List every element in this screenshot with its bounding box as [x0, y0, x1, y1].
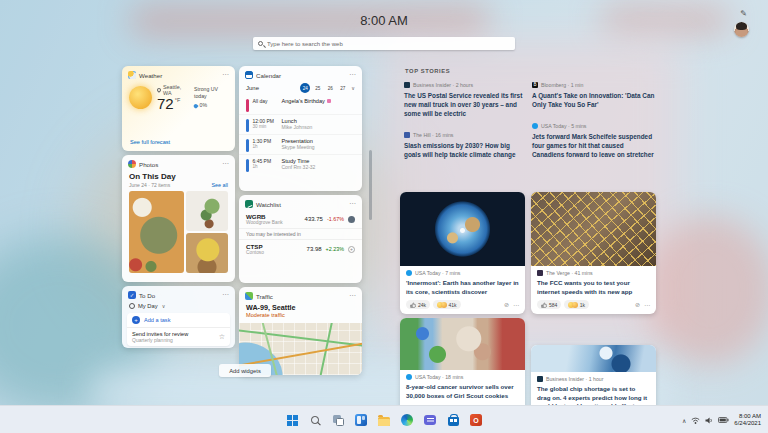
todo-task-row[interactable]: Send invites for review Quarterly planni…	[127, 328, 230, 346]
calendar-event[interactable]: 12:00 PM 30 min Lunch Mike Johnson	[239, 114, 362, 134]
hide-story-icon[interactable]: ⊘	[504, 301, 509, 308]
news-story[interactable]: Business Insider · 2 hours The US Postal…	[404, 82, 525, 118]
stock-row[interactable]: CTSP Contoso 73.98 +2.23% +	[239, 240, 362, 258]
temperature-unit: °F	[175, 96, 181, 103]
more-icon[interactable]: ⋯	[513, 301, 519, 308]
tray-clock[interactable]: 8:00 AM 6/24/2021	[734, 413, 761, 428]
add-task-label: Add a task	[144, 317, 170, 323]
hide-story-icon[interactable]: ⊘	[635, 301, 640, 308]
like-button[interactable]: 584	[537, 300, 561, 309]
stock-row[interactable]: WGRB Woodgrove Bank 433.75 -1.67%	[239, 210, 362, 228]
calendar-event[interactable]: All day Angela's Birthday	[239, 95, 362, 114]
source-favicon	[404, 132, 410, 138]
news-card[interactable]: USA Today · 7 mins 'Innermost': Earth ha…	[400, 192, 525, 314]
task-view-button[interactable]	[331, 413, 345, 427]
reactions-button[interactable]: 1k	[564, 300, 589, 309]
edit-icon[interactable]: ✎	[740, 9, 747, 18]
story-headline[interactable]: Slash emissions by 2030? How big goals w…	[404, 141, 525, 159]
tray-chevron-up-icon[interactable]: ∧	[682, 417, 686, 424]
task-view-icon	[333, 415, 344, 426]
card-meta: USA Today · 18 mins	[415, 374, 463, 380]
source-favicon	[406, 270, 412, 276]
story-headline[interactable]: The US Postal Service revealed its first…	[404, 91, 525, 118]
star-icon[interactable]: ☆	[219, 333, 225, 341]
file-explorer-button[interactable]	[377, 413, 391, 427]
add-task-button[interactable]: + Add a task	[127, 313, 230, 328]
card-headline[interactable]: 8-year-old cancer survivor sells over 30…	[406, 383, 519, 400]
stock-change: -1.67%	[327, 216, 344, 222]
emoji-reactions-icon	[437, 302, 447, 308]
more-icon[interactable]: ⋯	[349, 73, 356, 77]
card-meta: Business Insider · 1 hour	[546, 376, 603, 382]
more-icon[interactable]: ⋯	[349, 202, 356, 206]
event-color-bar	[246, 159, 249, 172]
widgets-button[interactable]	[354, 413, 368, 427]
reaction-count: 1k	[580, 302, 585, 308]
calendar-event[interactable]: 6:45 PM 1h Study Time Conf Rm 32-32	[239, 154, 362, 174]
photo-collage[interactable]	[122, 191, 235, 273]
add-to-watchlist-icon[interactable]: +	[348, 246, 355, 253]
see-full-forecast-link[interactable]: See full forecast	[130, 139, 170, 145]
event-duration: 30 min	[253, 124, 278, 129]
todo-widget[interactable]: ✓ To Do ⋯ My Day ∨ + Add a task Send inv…	[122, 286, 235, 348]
chat-icon	[424, 415, 436, 425]
more-icon[interactable]: ⋯	[349, 294, 356, 298]
alert-bell-icon[interactable]	[348, 216, 355, 223]
widget-title: Photos	[139, 161, 158, 168]
news-card[interactable]: The Verge · 41 mins The FCC wants you to…	[531, 192, 656, 314]
todo-list-label: My Day	[138, 303, 158, 309]
card-headline[interactable]: The FCC wants you to test your internet …	[537, 279, 650, 296]
more-icon[interactable]: ⋯	[644, 301, 650, 308]
event-color-bar	[246, 99, 249, 112]
office-button[interactable]: O	[469, 413, 483, 427]
add-widgets-button[interactable]: Add widgets	[219, 364, 271, 377]
calendar-event[interactable]: 1:30 PM 1h Presentation Skype Meeting	[239, 134, 362, 154]
precipitation-value: 0%	[200, 102, 208, 109]
photos-widget[interactable]: Photos ⋯ On This Day June 24 · 72 items …	[122, 155, 235, 282]
more-icon[interactable]: ⋯	[222, 162, 229, 166]
story-headline[interactable]: Jets forward Mark Scheifele suspended fo…	[532, 132, 656, 159]
news-story[interactable]: BBloomberg · 1 min A Quant's Take on Inn…	[532, 82, 656, 109]
calendar-widget[interactable]: Calendar ⋯ June 24 25 26 27 ∨ All day An…	[239, 66, 362, 191]
volume-icon[interactable]	[705, 417, 713, 424]
battery-icon[interactable]	[718, 417, 729, 423]
weather-widget[interactable]: Weather ⋯ Seattle, WA 72 °F Strong UV to…	[122, 66, 235, 151]
widget-title: Watchlist	[256, 201, 281, 208]
more-icon[interactable]: ⋯	[222, 73, 229, 77]
chat-button[interactable]	[423, 413, 437, 427]
more-icon[interactable]: ⋯	[222, 293, 229, 297]
card-headline[interactable]: 'Innermost': Earth has another layer in …	[406, 279, 519, 296]
search-input[interactable]	[267, 41, 510, 47]
news-story[interactable]: USA Today · 5 mins Jets forward Mark Sch…	[532, 123, 656, 159]
avatar[interactable]	[734, 22, 749, 37]
story-headline[interactable]: A Quant's Take on Innovation: 'Data Can …	[532, 91, 656, 109]
story-meta: USA Today · 5 mins	[541, 123, 586, 129]
news-story[interactable]: The Hill · 16 mins Slash emissions by 20…	[404, 132, 525, 159]
taskbar-search-button[interactable]	[308, 413, 322, 427]
store-button[interactable]	[446, 413, 460, 427]
edge-icon	[401, 414, 413, 426]
todo-list-selector[interactable]: My Day ∨	[122, 301, 235, 311]
calendar-day[interactable]: 25	[313, 83, 323, 93]
watchlist-widget[interactable]: Watchlist ⋯ WGRB Woodgrove Bank 433.75 -…	[239, 195, 362, 283]
calendar-day[interactable]: 26	[325, 83, 335, 93]
start-button[interactable]	[285, 413, 299, 427]
story-meta: Bloomberg · 1 min	[541, 82, 583, 88]
chevron-down-icon[interactable]: ∨	[351, 85, 355, 91]
see-all-link[interactable]: See all	[212, 182, 228, 188]
reactions-button[interactable]: 41k	[433, 300, 461, 309]
edge-button[interactable]	[400, 413, 414, 427]
photo-thumbnail[interactable]	[129, 191, 184, 273]
wifi-icon[interactable]	[691, 417, 700, 424]
calendar-day[interactable]: 27	[338, 83, 348, 93]
web-search-bar[interactable]	[253, 37, 515, 50]
board-scrollbar[interactable]	[369, 150, 372, 220]
calendar-day[interactable]: 24	[300, 83, 310, 93]
traffic-widget[interactable]: Traffic ⋯ WA-99, Seattle Moderate traffi…	[239, 287, 362, 375]
like-button[interactable]: 24k	[406, 300, 430, 309]
droplet-icon	[193, 103, 198, 108]
news-image-girl-scout	[400, 318, 525, 370]
stock-symbol: CTSP	[246, 243, 264, 250]
photo-thumbnail[interactable]	[186, 191, 228, 231]
photo-thumbnail[interactable]	[186, 233, 228, 273]
